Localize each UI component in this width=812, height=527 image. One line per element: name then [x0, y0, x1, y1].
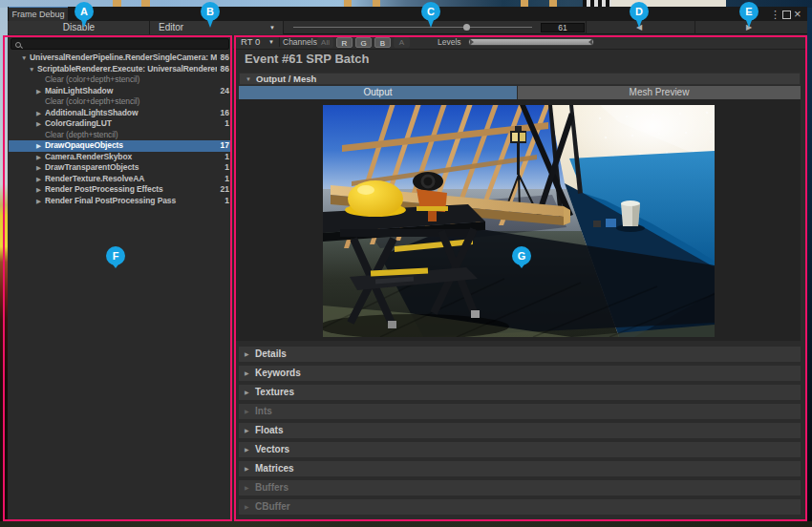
annotation-badge-f: F: [106, 246, 125, 265]
annotation-badge-c: C: [421, 2, 440, 21]
toolbar-divider: [586, 21, 587, 34]
annotation-frame-right: [234, 35, 807, 521]
maximize-icon[interactable]: [782, 11, 791, 19]
disable-button[interactable]: Disable: [9, 21, 150, 34]
annotation-badge-g: G: [512, 246, 531, 265]
window-tab-bar: [8, 7, 807, 21]
background-scene-right: [807, 8, 812, 527]
annotation-badge-e: E: [739, 2, 759, 21]
editor-dropdown-label: Editor: [159, 22, 183, 32]
close-icon[interactable]: ×: [794, 7, 801, 21]
event-slider-track[interactable]: [293, 27, 532, 28]
editor-dropdown[interactable]: Editor ▼: [150, 21, 284, 34]
chevron-down-icon: ▼: [269, 21, 275, 34]
event-slider-knob[interactable]: [463, 24, 470, 31]
toolbar-divider: [694, 21, 695, 34]
window-menu-icon[interactable]: ⋮: [770, 9, 780, 21]
annotation-badge-d: D: [630, 2, 649, 21]
tab-frame-debug[interactable]: Frame Debug: [9, 7, 68, 21]
annotation-badge-b: B: [201, 2, 220, 21]
event-number-field[interactable]: 61: [541, 23, 585, 32]
screen: Frame Debug ⋮ × Disable Editor ▼ 61 ◀ ▶ …: [0, 0, 812, 527]
background-scene-bottom: [0, 521, 812, 527]
annotation-frame-left: [3, 35, 232, 521]
annotation-badge-a: A: [75, 2, 94, 21]
